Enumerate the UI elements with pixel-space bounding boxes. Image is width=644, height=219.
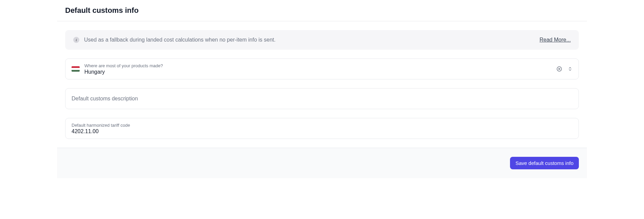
info-icon: i (73, 37, 79, 43)
origin-country-label: Where are most of your products made? (84, 63, 552, 68)
origin-country-value: Hungary (84, 69, 552, 75)
hungary-flag-icon (72, 66, 80, 72)
alert-text: Used as a fallback during landed cost ca… (84, 37, 535, 43)
save-button[interactable]: Save default customs info (510, 157, 579, 169)
tariff-code-label: Default harmonized tariff code (72, 123, 572, 128)
clear-icon[interactable] (556, 66, 562, 72)
customs-description-field[interactable]: Default customs description (65, 88, 579, 109)
content-area: i Used as a fallback during landed cost … (57, 21, 587, 148)
origin-country-select[interactable]: Where are most of your products made? Hu… (65, 58, 579, 79)
read-more-link[interactable]: Read More... (540, 37, 571, 43)
chevron-up-down-icon[interactable] (568, 66, 572, 72)
tariff-code-value: 4202.11.00 (72, 128, 572, 135)
page-title: Default customs info (65, 6, 579, 15)
footer-bar: Save default customs info (57, 148, 587, 178)
info-alert: i Used as a fallback during landed cost … (65, 30, 579, 50)
page-header: Default customs info (57, 0, 587, 21)
customs-description-placeholder: Default customs description (72, 96, 572, 102)
tariff-code-field[interactable]: Default harmonized tariff code 4202.11.0… (65, 118, 579, 139)
